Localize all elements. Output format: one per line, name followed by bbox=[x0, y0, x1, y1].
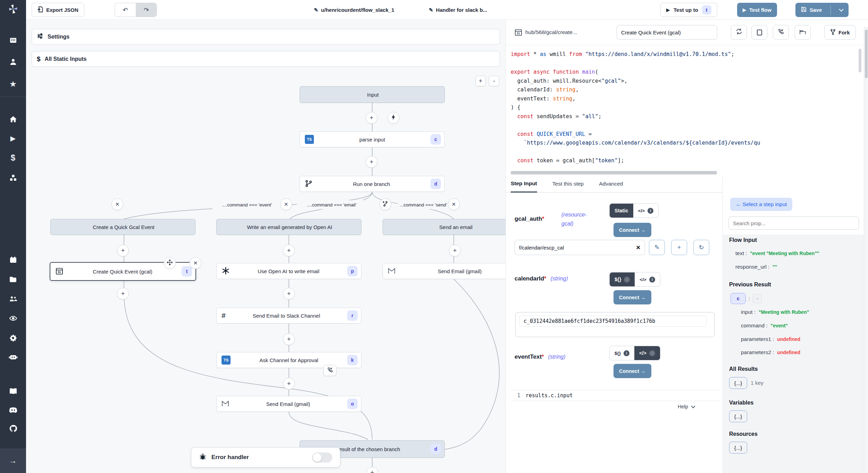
event-text-input-mode-toggle[interactable]: ${}i </>i bbox=[609, 346, 660, 360]
approval-step-node[interactable]: TS Ask Channel for Approval k bbox=[216, 352, 361, 368]
trigger-bolt-button[interactable] bbox=[387, 112, 399, 124]
variables-icon[interactable]: $ bbox=[0, 152, 26, 164]
select-step-input-button[interactable]: ← Select a step input bbox=[730, 198, 792, 211]
gmail-step-node[interactable]: Send Email (gmail) o bbox=[216, 396, 361, 412]
tab-step-input[interactable]: Step Input bbox=[511, 176, 537, 193]
folders-icon[interactable] bbox=[0, 273, 26, 286]
all-results-object-chip[interactable]: {...} bbox=[729, 377, 747, 389]
flow-settings-bar[interactable]: Settings bbox=[32, 29, 500, 44]
favorites-icon[interactable]: ★ bbox=[0, 78, 26, 90]
collapse-sidebar-button[interactable]: → bbox=[0, 448, 26, 473]
audit-logs-icon[interactable] bbox=[0, 312, 26, 325]
step-c-badge[interactable]: c bbox=[731, 293, 746, 304]
calendar-id-connect-button[interactable]: Connect → bbox=[614, 290, 651, 304]
add-branch-button[interactable] bbox=[379, 198, 391, 210]
redo-button[interactable]: ↷ bbox=[136, 3, 157, 17]
branch-header-openai[interactable]: Write an email generated by Open AI bbox=[216, 219, 361, 235]
gcal-auth-input-mode-toggle[interactable]: Static </>i bbox=[609, 203, 659, 218]
runs-icon[interactable]: ▶ bbox=[0, 132, 26, 145]
save-dropdown-button[interactable] bbox=[834, 3, 849, 17]
sync-icon-button[interactable] bbox=[731, 25, 747, 40]
github-icon[interactable] bbox=[0, 422, 26, 435]
prop-row[interactable]: input : "Meeting with Ruben" bbox=[741, 309, 809, 315]
suspend-icon-button[interactable] bbox=[773, 25, 789, 40]
prop-row[interactable]: parameters2 : undefined bbox=[741, 349, 800, 356]
suspend-approval-button[interactable] bbox=[323, 365, 336, 376]
openai-step-node[interactable]: Use Open AI to write email p bbox=[216, 263, 361, 279]
home-icon[interactable] bbox=[0, 113, 26, 125]
settings-gear-icon[interactable] bbox=[0, 332, 26, 344]
resources-icon[interactable] bbox=[0, 172, 26, 184]
add-step-button[interactable]: + bbox=[283, 288, 295, 300]
save-button[interactable]: Save bbox=[795, 3, 827, 17]
code-mode-selected[interactable]: </> bbox=[639, 350, 646, 356]
windmill-logo[interactable] bbox=[0, 3, 26, 15]
prop-row[interactable]: response_url : "" bbox=[735, 264, 777, 270]
test-up-to-button[interactable]: ▶ Test up to t bbox=[660, 3, 717, 17]
all-static-inputs-bar[interactable]: $ All Static Inputs bbox=[32, 51, 500, 67]
delete-step-button[interactable]: ✕ bbox=[190, 257, 201, 269]
add-step-button[interactable]: + bbox=[283, 378, 295, 390]
branch-header-send-email[interactable]: Send an email bbox=[383, 219, 506, 235]
zoom-out-button[interactable]: - bbox=[489, 76, 499, 86]
delete-branch-button[interactable]: ✕ bbox=[280, 198, 292, 210]
tab-advanced[interactable]: Advanced bbox=[599, 176, 623, 193]
code-mode[interactable]: </> bbox=[638, 208, 645, 213]
info-icon[interactable]: i bbox=[649, 350, 655, 356]
code-mode[interactable]: </> bbox=[640, 277, 646, 282]
slack-step-node[interactable]: # Send Email to Slack Channel r bbox=[216, 308, 361, 324]
groups-icon[interactable] bbox=[0, 293, 26, 305]
gcal-auth-connect-button[interactable]: Connect → bbox=[614, 223, 651, 237]
code-vscrollbar[interactable] bbox=[859, 49, 861, 72]
docs-icon[interactable] bbox=[0, 385, 26, 398]
help-link[interactable]: Help bbox=[678, 404, 695, 409]
add-resource-button[interactable]: + bbox=[671, 240, 687, 255]
calendar-id-input-mode-toggle[interactable]: ${}i </>i bbox=[609, 272, 660, 287]
template-mode[interactable]: ${} bbox=[615, 351, 621, 356]
prop-row[interactable]: parameters1 : undefined bbox=[741, 336, 800, 342]
add-step-button[interactable]: + bbox=[117, 288, 129, 300]
clear-icon[interactable]: ✕ bbox=[636, 244, 641, 251]
code-editor[interactable]: import * as wmill from "https://deno.lan… bbox=[506, 45, 863, 171]
add-step-button[interactable]: + bbox=[283, 333, 295, 345]
variables-object-chip[interactable]: {...} bbox=[729, 410, 747, 422]
undo-button[interactable]: ↶ bbox=[115, 3, 136, 17]
search-prop-input[interactable] bbox=[728, 217, 859, 230]
test-flow-button[interactable]: ▶ Test flow bbox=[737, 3, 777, 17]
flow-summary-edit[interactable]: ✎ Handler for slack b... bbox=[429, 0, 487, 20]
info-icon[interactable]: i bbox=[624, 350, 629, 356]
prop-row[interactable]: text : "event "Meeting with Ruben"" bbox=[735, 250, 819, 256]
info-icon[interactable]: i bbox=[624, 277, 630, 283]
export-json-button[interactable]: Export JSON bbox=[32, 3, 84, 17]
error-handler-toggle[interactable] bbox=[312, 452, 332, 463]
resource-picker-input[interactable]: f/calendar/escp_cal ✕ bbox=[515, 240, 645, 255]
add-step-button[interactable]: + bbox=[366, 112, 377, 124]
gmail-step-node[interactable]: Send Email (gmail) bbox=[383, 263, 506, 279]
template-mode-selected[interactable]: ${} bbox=[615, 277, 621, 282]
discord-icon[interactable] bbox=[0, 404, 26, 416]
tab-test-this-step[interactable]: Test this step bbox=[552, 176, 584, 193]
parse-input-node[interactable]: TS parse input c bbox=[300, 131, 445, 147]
scrollbar-thumb[interactable] bbox=[865, 30, 868, 78]
step-summary-input[interactable]: Create Quick Event (gcal) bbox=[617, 25, 717, 40]
collapse-object-button[interactable]: - bbox=[753, 294, 762, 303]
branch-header-gcal[interactable]: Create a Quick Gcal Event bbox=[50, 219, 195, 235]
prop-row[interactable]: command : "event" bbox=[741, 323, 788, 329]
workers-icon[interactable] bbox=[0, 351, 26, 364]
info-icon[interactable]: i bbox=[649, 277, 655, 283]
calendar-id-input[interactable]: c_0312442e881ae6fcf1dec23f54916a389f1c17… bbox=[519, 316, 707, 327]
delete-branch-button[interactable]: ✕ bbox=[448, 198, 460, 210]
window-scrollbar[interactable] bbox=[864, 27, 868, 473]
static-mode-selected[interactable]: Static bbox=[610, 204, 633, 218]
apps-icon[interactable] bbox=[0, 34, 26, 47]
add-step-button[interactable]: + bbox=[117, 245, 129, 256]
zoom-in-button[interactable]: + bbox=[475, 76, 486, 86]
sleep-icon-button[interactable] bbox=[795, 25, 811, 40]
hub-script-path[interactable]: hub/568/gcal/create... bbox=[525, 29, 577, 35]
flow-canvas[interactable]: Settings $ All Static Inputs + - Input +… bbox=[26, 20, 506, 473]
fork-button[interactable]: Fork bbox=[824, 25, 856, 40]
info-icon[interactable]: i bbox=[648, 208, 653, 214]
event-text-expr-editor[interactable]: 1 results.c.input bbox=[512, 390, 720, 401]
schedules-icon[interactable] bbox=[0, 254, 26, 266]
flow-path-edit[interactable]: ✎ u/henricourdent/flow_slack_1 bbox=[314, 0, 394, 20]
